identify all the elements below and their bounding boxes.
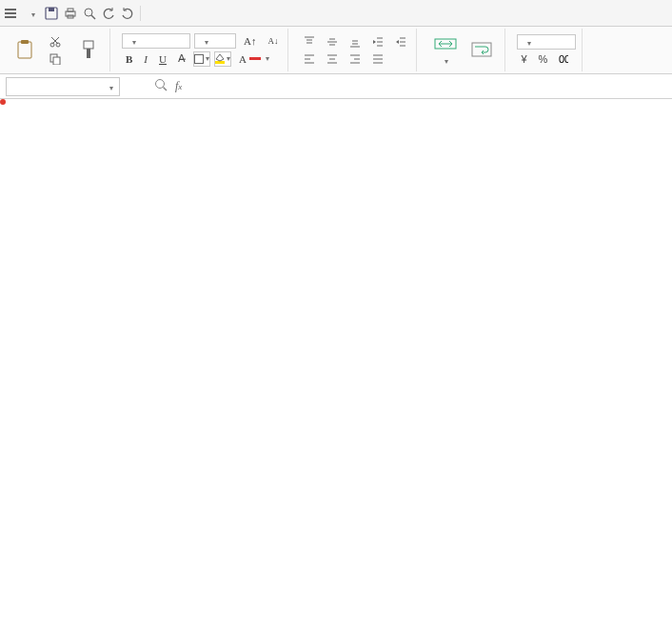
align-right-icon[interactable]: [346, 51, 365, 67]
print-icon[interactable]: [64, 7, 77, 20]
svg-rect-4: [49, 8, 54, 11]
align-center-icon[interactable]: [323, 51, 342, 67]
app-menu-icon[interactable]: [4, 7, 17, 20]
align-bottom-icon[interactable]: [346, 34, 365, 50]
ribbon: A↑ A↓ B I U A̶ A: [0, 27, 672, 74]
formula-bar: fx: [0, 74, 672, 99]
border-button[interactable]: [193, 51, 210, 67]
font-size-select[interactable]: [194, 33, 236, 49]
format-painter-button[interactable]: [73, 34, 104, 67]
decrease-indent-icon[interactable]: [368, 34, 387, 50]
svg-rect-10: [18, 42, 31, 58]
font-color-button[interactable]: A: [235, 51, 273, 67]
increase-font-icon[interactable]: A↑: [240, 33, 260, 49]
merge-wrap-group: [423, 29, 505, 71]
name-box[interactable]: [6, 77, 120, 96]
number-format-select[interactable]: [517, 34, 576, 50]
svg-point-53: [156, 80, 165, 89]
fx-icon[interactable]: fx: [175, 79, 182, 93]
highlight-callout: [0, 99, 6, 105]
cut-button[interactable]: [46, 34, 68, 50]
app-bar: [0, 0, 672, 27]
svg-rect-17: [53, 57, 60, 65]
justify-icon[interactable]: [368, 51, 387, 67]
zoom-icon[interactable]: [154, 78, 168, 94]
scissors-icon: [49, 36, 61, 48]
svg-rect-6: [68, 9, 73, 11]
brush-icon: [79, 39, 98, 60]
italic-button[interactable]: I: [140, 51, 151, 67]
bold-button[interactable]: B: [122, 51, 136, 67]
svg-text:000: 000: [559, 54, 568, 64]
svg-rect-11: [21, 40, 29, 44]
percent-icon[interactable]: %: [535, 51, 552, 67]
copy-icon: [49, 53, 61, 65]
currency-icon[interactable]: ¥: [517, 51, 530, 67]
number-group: ¥ % 000: [511, 29, 583, 71]
merge-icon: [434, 35, 457, 52]
copy-button[interactable]: [46, 51, 68, 67]
increase-indent-icon[interactable]: [391, 34, 410, 50]
svg-line-54: [164, 88, 168, 91]
undo-icon[interactable]: [102, 7, 115, 20]
comma-icon[interactable]: 000: [555, 51, 572, 67]
paste-icon: [15, 39, 34, 60]
svg-rect-20: [194, 54, 203, 63]
wrap-icon: [470, 41, 493, 58]
redo-icon[interactable]: [121, 7, 134, 20]
wrap-text-button[interactable]: [464, 41, 499, 60]
merge-center-button[interactable]: [428, 35, 463, 66]
align-left-icon[interactable]: [300, 51, 319, 67]
fill-color-button[interactable]: [214, 51, 231, 67]
svg-rect-18: [84, 41, 93, 49]
preview-icon[interactable]: [83, 7, 96, 20]
svg-rect-19: [87, 49, 90, 58]
svg-point-8: [85, 9, 92, 16]
svg-line-9: [91, 15, 95, 19]
font-group: A↑ A↓ B I U A̶ A: [116, 29, 288, 71]
file-menu[interactable]: [23, 6, 39, 21]
paste-button[interactable]: [10, 34, 40, 67]
align-top-icon[interactable]: [300, 34, 319, 50]
clipboard-group: [4, 29, 110, 71]
font-family-select[interactable]: [122, 33, 190, 49]
quick-access-toolbar: [4, 6, 141, 21]
align-group: [294, 29, 417, 71]
underline-button[interactable]: U: [155, 51, 170, 67]
svg-rect-1: [5, 12, 16, 14]
svg-rect-0: [5, 9, 16, 10]
svg-rect-2: [5, 16, 16, 18]
decrease-font-icon[interactable]: A↓: [264, 34, 282, 48]
align-middle-icon[interactable]: [323, 34, 342, 50]
strike-button[interactable]: A̶: [174, 50, 189, 67]
save-icon[interactable]: [45, 7, 58, 20]
